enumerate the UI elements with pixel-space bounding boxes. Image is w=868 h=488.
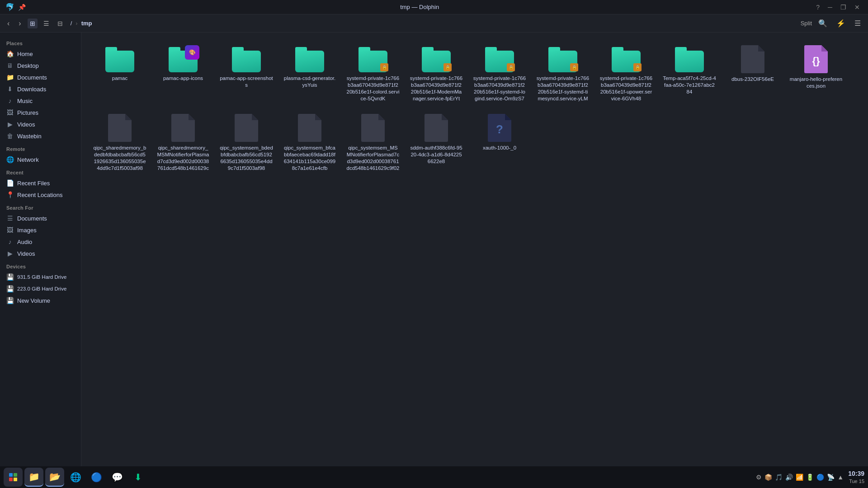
taskbar-app-dolphin[interactable]: 📁: [24, 468, 43, 487]
file-item-sysd-modem[interactable]: 🔒 systemd-private-1c766b3aa670439d9e871f…: [407, 42, 466, 106]
folder-icon-sysd-colord: 🔒: [357, 45, 389, 72]
folder-icon-temp: [673, 45, 706, 72]
sidebar-item-videos[interactable]: ▶ Videos: [0, 118, 81, 130]
breadcrumb-root[interactable]: /: [69, 19, 74, 28]
sidebar-item-search-images[interactable]: 🖼 Images: [0, 224, 81, 236]
split-label[interactable]: Split: [801, 20, 812, 27]
sidebar-item-search-audio[interactable]: ♪ Audio: [0, 236, 81, 248]
file-item-pamac-app-screenshots[interactable]: pamac-app-screenshots: [217, 42, 276, 106]
file-item-sddm[interactable]: sddm-authf388c6fd-9520-4dc3-a1d6-8d42256…: [407, 110, 466, 175]
tray-bluetooth-icon[interactable]: 🔵: [816, 474, 824, 481]
sidebar-item-downloads[interactable]: ⬇ Downloads: [0, 83, 81, 95]
tray-speaker-icon[interactable]: 🔊: [785, 474, 793, 481]
titlebar: 🐬 📌 tmp — Dolphin ? ─ ❐ ✕: [0, 0, 868, 14]
sidebar-item-home[interactable]: 🏠 Home: [0, 48, 81, 60]
taskbar-app-chrome[interactable]: 🔵: [87, 468, 106, 487]
taskbar-app-discord[interactable]: 💬: [108, 468, 127, 487]
file-icon-xauth: ?: [488, 114, 511, 142]
search-button[interactable]: 🔍: [816, 17, 830, 29]
file-item-sysd-upower[interactable]: 🔒 systemd-private-1c766b3aa670439d9e871f…: [597, 42, 656, 106]
file-item-qipc-sm1[interactable]: qipc_sharedmemory_bdedbfdbabcbafb56cd519…: [90, 110, 149, 175]
sidebar: Places 🏠 Home 🖥 Desktop 📁 Documents ⬇ Do…: [0, 33, 81, 474]
minimize-button[interactable]: ─: [825, 3, 835, 12]
tray-wifi-icon[interactable]: 📡: [827, 474, 835, 481]
file-item-qipc-ss3[interactable]: qipc_systemsem_MSMNotifierforPlasmad7cd3…: [344, 110, 402, 175]
file-icon-qipc-ss1: [235, 114, 258, 142]
devices-section-label: Devices: [0, 259, 81, 271]
help-button[interactable]: ?: [813, 3, 822, 12]
window-icon2: 📌: [18, 4, 26, 11]
downloads-icon: ⬇: [6, 85, 14, 93]
file-item-qipc-ss2[interactable]: qipc_systemsem_bfcabbfaecebac69dadd18f63…: [280, 110, 339, 175]
sidebar-item-documents[interactable]: 📁 Documents: [0, 71, 81, 83]
back-button[interactable]: ‹: [5, 18, 12, 29]
file-item-pamac-app-icons[interactable]: 🎨 pamac-app-icons: [154, 42, 212, 106]
sidebar-item-desktop[interactable]: 🖥 Desktop: [0, 60, 81, 71]
clock[interactable]: 10:39 Tue 15: [848, 469, 864, 485]
sidebar-item-music[interactable]: ♪ Music: [0, 95, 81, 107]
sidebar-item-recent-files[interactable]: 📄 Recent Files: [0, 177, 81, 189]
sidebar-item-search-videos[interactable]: ▶ Videos: [0, 248, 81, 259]
taskbar-apps: 📁 📂 🌐 🔵 💬 ⬇: [4, 468, 147, 487]
file-item-qipc-ss1[interactable]: qipc_systemsem_bdedbfdbabcbafb56cd519266…: [217, 110, 276, 175]
menu-button[interactable]: ☰: [852, 17, 863, 29]
taskbar-app-browser[interactable]: 🌐: [66, 468, 85, 487]
file-item-qipc-sm2[interactable]: qipc_sharedmemory_MSMNotifierforPlasmad7…: [154, 110, 212, 175]
breadcrumb-folder[interactable]: tmp: [80, 19, 94, 28]
close-button[interactable]: ✕: [852, 3, 863, 12]
restore-button[interactable]: ❐: [838, 3, 849, 12]
tray-network2-icon[interactable]: 📶: [796, 474, 803, 481]
file-item-temp[interactable]: Temp-aca5f7c4-25cd-4faa-a50c-7e1267abc28…: [660, 42, 719, 106]
sidebar-item-recent-locations[interactable]: 📍 Recent Locations: [0, 189, 81, 201]
file-label-pamac-app-screenshots: pamac-app-screenshots: [220, 75, 273, 89]
filter-button[interactable]: ⚡: [834, 17, 848, 29]
sidebar-item-network[interactable]: 🌐 Network: [0, 154, 81, 165]
forward-button[interactable]: ›: [16, 18, 24, 29]
sidebar-item-new-volume[interactable]: 💾 New Volume: [0, 295, 81, 306]
file-icon-qipc-ss3: [361, 114, 385, 142]
taskbar-app-download[interactable]: ⬇: [128, 468, 147, 487]
hdd2-icon: 💾: [6, 285, 14, 292]
tray-audio-icon[interactable]: 🎵: [775, 474, 783, 481]
tray-arrow-icon[interactable]: ▲: [837, 474, 844, 481]
time-display: 10:39: [848, 469, 864, 479]
dolphin-icon: 📁: [28, 471, 40, 482]
file-item-pamac[interactable]: pamac: [90, 42, 149, 106]
file-label-qipc-ss3: qipc_systemsem_MSMNotifierforPlasmad7cd3…: [346, 145, 400, 172]
search-images-icon: 🖼: [6, 226, 14, 234]
file-label-qipc-sm1: qipc_sharedmemory_bdedbfdbabcbafb56cd519…: [93, 145, 146, 172]
sidebar-item-pictures[interactable]: 🖼 Pictures: [0, 107, 81, 118]
file-icon-qipc-sm1: [108, 114, 132, 142]
toolbar: ‹ › ⊞ ☰ ⊟ / › tmp Split 🔍 ⚡ ☰: [0, 14, 868, 33]
file-label-xauth: xauth-1000-_0: [483, 145, 516, 151]
file-item-plasma-csd[interactable]: plasma-csd-generator.ysYuis: [280, 42, 339, 106]
view-icons-button[interactable]: ⊞: [28, 19, 38, 28]
tray-battery-icon[interactable]: 🔋: [806, 474, 814, 481]
sidebar-label-search-docs: Documents: [17, 215, 47, 222]
file-label-qipc-ss2: qipc_systemsem_bfcabbfaecebac69dadd18f63…: [283, 145, 336, 172]
sidebar-label-search-images: Images: [17, 227, 37, 234]
file-item-sysd-timesyncd[interactable]: 🔒 systemd-private-1c766b3aa670439d9e871f…: [533, 42, 592, 106]
file-item-xauth[interactable]: ? xauth-1000-_0: [470, 110, 529, 175]
tray-settings-icon[interactable]: ⚙: [756, 474, 762, 481]
lock-icon-timesyncd: 🔒: [570, 63, 578, 71]
file-label-sddm: sddm-authf388c6fd-9520-4dc3-a1d6-8d42256…: [410, 145, 463, 165]
new-volume-icon: 💾: [6, 297, 14, 304]
tray-pamac-icon[interactable]: 📦: [764, 474, 772, 481]
sidebar-item-wastebin[interactable]: 🗑 Wastebin: [0, 130, 81, 142]
taskbar-app-files2[interactable]: 📂: [45, 468, 64, 487]
search-videos-icon: ▶: [6, 250, 14, 257]
file-item-manjaro-json[interactable]: {} manjaro-hello-preferences.json: [787, 42, 845, 106]
file-item-sysd-logind[interactable]: 🔒 systemd-private-1c766b3aa670439d9e871f…: [470, 42, 529, 106]
svg-rect-3: [14, 478, 17, 481]
file-item-dbus[interactable]: dbus-232OIF56eE: [723, 42, 782, 106]
taskbar-app-start[interactable]: [4, 468, 23, 487]
view-details-button[interactable]: ☰: [41, 19, 52, 28]
file-item-sysd-colord[interactable]: 🔒 systemd-private-1c766b3aa670439d9e871f…: [344, 42, 402, 106]
sidebar-item-hdd1[interactable]: 💾 931.5 GiB Hard Drive: [0, 271, 81, 283]
sidebar-label-recent-locations: Recent Locations: [17, 192, 62, 198]
view-compact-button[interactable]: ⊟: [55, 19, 65, 28]
sidebar-label-downloads: Downloads: [17, 86, 46, 93]
sidebar-item-search-docs[interactable]: ☰ Documents: [0, 212, 81, 224]
sidebar-item-hdd2[interactable]: 💾 223.0 GiB Hard Drive: [0, 283, 81, 295]
